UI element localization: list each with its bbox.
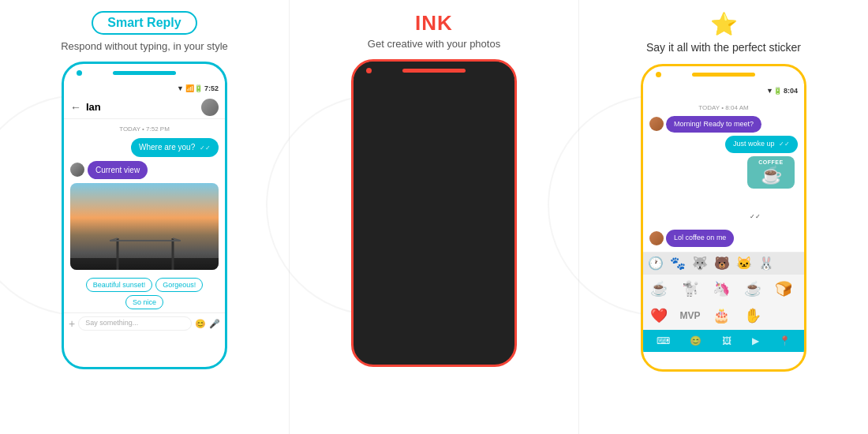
battery-icon-3: 🔋 [773,87,782,95]
sticker-recent-1[interactable]: 🐾 [670,256,686,271]
sticker-chat-body: TODAY • 8:04 AM Morning! Ready to meet? … [643,98,804,252]
phone-dot-1 [77,70,82,76]
emoji-icon[interactable]: 😊 [195,319,206,329]
sticker-recv-row-2: Lol coffee on me [649,230,798,247]
phone-dot-3 [656,72,661,77]
panel2-subtitle: Get creative with your photos [368,37,500,51]
sent-bubble-1: Where are you? ✓✓ [131,138,219,156]
phone-3: ▼ 🔋 8:04 TODAY • 8:04 AM Morning! Ready … [641,64,806,372]
recv-avatar-1 [70,163,84,177]
sticker-1[interactable]: 🐩 [678,276,703,301]
recv-avatar-3b [649,231,664,245]
sticker-recent-4[interactable]: 🐱 [736,256,752,271]
coffee-sticker: COFFEE ☕ ✓✓ [747,156,795,226]
phone-bar-2 [402,69,466,73]
chat-input-bar-1: + Say something... 😊 🎤 [64,312,225,335]
smart-reply-chip-0[interactable]: Beautiful sunset! [86,278,153,292]
sticker-tab-location[interactable]: 📍 [779,335,791,346]
signal-icon: ▼ [177,84,184,92]
mic-icon[interactable]: 🎤 [209,319,220,329]
recv-avatar-3 [649,117,664,131]
add-icon[interactable]: + [69,317,75,330]
received-bubble-1: Current view [88,161,148,179]
status-bar-1: ▼ 📶 🔋 7:52 [64,81,225,95]
sticker-6[interactable]: MVP [678,303,703,328]
sticker-3[interactable]: ☕ [740,276,765,301]
phone-bar-1 [113,71,176,75]
chat-header-1: ← Ian [64,95,225,119]
sticker-recent-0[interactable]: 🕐 [648,256,664,271]
panel-smart-reply: Smart Reply Respond without typing, in y… [0,0,289,434]
signal-icon-3: ▼ [766,87,773,95]
message-input-1[interactable]: Say something... [78,316,192,331]
phone-1: ▼ 📶 🔋 7:52 ← Ian TODAY • 7:52 PM Where a… [62,62,227,369]
sticker-8[interactable]: ✋ [740,303,765,328]
sticker-grid: ☕ 🐩 🦄 ☕ 🍞 ❤️ MVP 🎂 ✋ [643,275,804,330]
sticker-recent-row: 🕐 🐾 🐺 🐻 🐱 🐰 [643,253,804,275]
sticker-2[interactable]: 🦄 [709,276,734,301]
sticker-recent-2[interactable]: 🐺 [692,256,708,271]
time-display-3: 8:04 [784,87,798,95]
sticker-check: ✓✓ [750,213,761,220]
sticker-sent-row: Just woke up ✓✓ [649,136,798,153]
phone-top-3 [643,66,804,84]
wifi-icon: 📶 [185,84,194,92]
coffee-emoji: ☕ [761,165,782,185]
svg-rect-0 [70,258,219,270]
sticker-0[interactable]: ☕ [646,276,672,301]
smart-reply-badge: Smart Reply [92,11,196,35]
coffee-sticker-inner: COFFEE ☕ [747,156,795,189]
chat-body-1: TODAY • 7:52 PM Where are you? ✓✓ Curren… [64,119,225,274]
phone-bar-3 [692,73,755,77]
received-row-1: Current view [70,161,219,179]
phone-top-2 [354,62,514,79]
back-arrow-icon[interactable]: ← [70,101,81,114]
sticker-tab-bar: ⌨ 😊 🖼 ▶ 📍 [643,330,804,352]
coffee-label: COFFEE [758,159,783,165]
smart-reply-chip-1[interactable]: Gorgeous! [155,278,203,292]
sticker-recent-3[interactable]: 🐻 [714,256,730,271]
recv-bubble-3-1: Morning! Ready to meet? [666,116,761,133]
panel1-subtitle: Respond without typing, in your style [61,39,228,54]
sticker-tab-image[interactable]: 🖼 [722,335,731,346]
smart-replies-bar: Beautiful sunset! Gorgeous! So nice [64,275,225,312]
sticker-recent-5[interactable]: 🐰 [758,256,774,271]
battery-icon: 🔋 [194,84,203,92]
sticker-panel: 🕐 🐾 🐺 🐻 🐱 🐰 ☕ 🐩 🦄 ☕ 🍞 ❤️ MVP 🎂 ✋ [643,252,804,346]
mascot-icon: ⭐ [710,11,738,37]
sticker-tab-keyboard[interactable]: ⌨ [657,335,670,346]
chat-image-1 [70,183,219,270]
coffee-sticker-container: COFFEE ☕ ✓✓ [649,156,795,226]
panel-stickers: ⭐ Say it all with the perfect sticker ▼ … [579,0,868,434]
sticker-tab-gif[interactable]: ▶ [752,335,759,346]
ink-title: INK [415,11,453,36]
contact-name: Ian [86,101,101,113]
bridge-silhouette [70,230,219,270]
phone-dot-2 [366,68,372,73]
sticker-7[interactable]: 🎂 [709,303,734,328]
panel-ink: INK Get creative with your photos [289,0,579,434]
contact-avatar [201,99,219,116]
panel3-title: Say it all with the perfect sticker [646,40,801,56]
sticker-5[interactable]: ❤️ [646,303,672,328]
sticker-tab-emoji[interactable]: 😊 [690,335,702,346]
sent-bubble-3: Just woke up ✓✓ [725,136,798,153]
phone-top-1 [64,64,225,81]
smart-reply-chip-2[interactable]: So nice [125,295,163,309]
chat-timestamp-1: TODAY • 7:52 PM [70,125,219,133]
sticker-4[interactable]: 🍞 [771,276,796,301]
time-display-1: 7:52 [204,84,219,92]
status-bar-3: ▼ 🔋 8:04 [643,84,804,98]
sticker-timestamp: TODAY • 8:04 AM [649,104,798,111]
phone-2: ▼ 🔋 5:30 ✕ ▶ [351,59,517,367]
recv-bubble-3-2: Lol coffee on me [666,230,734,247]
sticker-recv-row-1: Morning! Ready to meet? [649,116,798,133]
